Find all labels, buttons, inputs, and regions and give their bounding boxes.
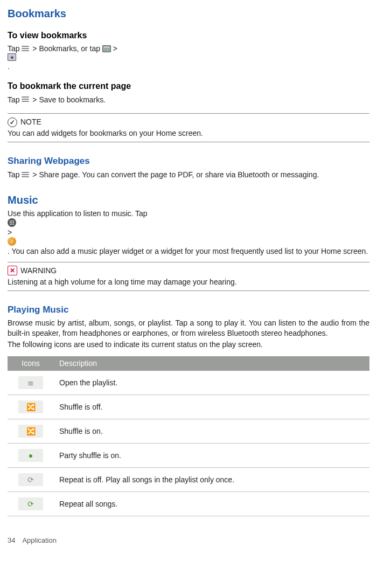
note-check-icon: ✓ xyxy=(8,117,17,127)
svg-point-6 xyxy=(10,224,11,225)
icon-cell: 🔀 xyxy=(8,419,54,444)
playlist-icon: ≣ xyxy=(18,376,43,389)
svg-point-3 xyxy=(10,222,11,223)
icon-cell: ⟳ xyxy=(8,468,54,492)
view-bookmarks-text: Tap > Bookmarks, or tap > ★. xyxy=(8,44,369,72)
description-cell: Repeat is off. Play all songs in the pla… xyxy=(54,468,369,492)
table-row: 🔀Shuffle is off. xyxy=(8,395,369,419)
section-music: Music Use this application to listen to … xyxy=(8,193,369,290)
table-row: ⟳Repeat all songs. xyxy=(8,492,369,516)
svg-point-5 xyxy=(13,222,14,223)
repeat-all-icon: ⟳ xyxy=(18,497,43,510)
text: . You can also add a music player widget… xyxy=(8,247,368,255)
text: > Save to bookmarks. xyxy=(32,95,106,104)
svg-point-8 xyxy=(13,224,14,225)
heading-bookmarks: Bookmarks xyxy=(8,6,369,21)
description-cell: Shuffle is off. xyxy=(54,395,369,419)
text: Tap xyxy=(8,95,22,104)
subsection-view-bookmarks: To view bookmarks Tap > Bookmarks, or ta… xyxy=(8,30,369,72)
table-row: ⟳Repeat is off. Play all songs in the pl… xyxy=(8,468,369,492)
windows-icon xyxy=(102,45,111,52)
table-header-icons: Icons xyxy=(8,356,54,371)
description-cell: Party shuffle is on. xyxy=(54,444,369,468)
playing-music-p2: The following icons are used to indicate… xyxy=(8,340,369,350)
note-block: ✓ NOTE You can add widgets for bookmarks… xyxy=(8,117,369,139)
table-row: 🔀Shuffle is on. xyxy=(8,419,369,444)
warning-label: WARNING xyxy=(20,266,57,276)
svg-point-0 xyxy=(10,220,11,222)
text: Tap xyxy=(8,170,20,179)
divider xyxy=(8,262,369,262)
page-footer: 34 Application xyxy=(8,536,369,545)
divider xyxy=(8,142,369,142)
footer-title: Application xyxy=(22,536,57,544)
warning-block: ✕ WARNING Listening at a high volume for… xyxy=(8,266,369,287)
text: > Share page. You can convert the page t… xyxy=(32,170,319,179)
svg-point-7 xyxy=(11,224,12,225)
sharing-text: Tap > Share page. You can convert the pa… xyxy=(8,170,369,180)
icon-cell: 🔀 xyxy=(8,395,54,419)
text: Tap xyxy=(8,44,22,53)
svg-point-1 xyxy=(11,220,12,222)
text: Use this application to listen to music.… xyxy=(8,209,148,218)
shuffle-off-icon: 🔀 xyxy=(18,400,43,413)
warning-x-icon: ✕ xyxy=(8,266,17,275)
text: > Bookmarks, or tap xyxy=(32,44,102,53)
table-row: ●Party shuffle is on. xyxy=(8,444,369,468)
table-row: ≣Open the playlist. xyxy=(8,371,369,395)
page-number: 34 xyxy=(8,536,15,544)
svg-point-2 xyxy=(13,220,14,222)
heading-add-bookmark: To bookmark the current page xyxy=(8,80,369,92)
apps-icon xyxy=(8,218,16,227)
text: . xyxy=(8,62,10,71)
shuffle-on-icon: 🔀 xyxy=(18,425,43,438)
party-shuffle-icon: ● xyxy=(18,449,43,462)
menu-icon xyxy=(22,46,30,52)
heading-playing-music: Playing Music xyxy=(8,304,369,316)
status-icons-table: Icons Description ≣Open the playlist.🔀Sh… xyxy=(8,356,369,516)
repeat-off-icon: ⟳ xyxy=(18,473,43,486)
section-bookmarks: Bookmarks To view bookmarks Tap > Bookma… xyxy=(8,6,369,142)
section-playing-music: Playing Music Browse music by artist, al… xyxy=(8,304,369,517)
description-cell: Repeat all songs. xyxy=(54,492,369,516)
menu-icon xyxy=(22,96,30,102)
icon-cell: ⟳ xyxy=(8,492,54,516)
menu-icon xyxy=(22,172,30,178)
playing-music-p1: Browse music by artist, album, songs, or… xyxy=(8,318,369,338)
description-cell: Shuffle is on. xyxy=(54,419,369,444)
warning-body: Listening at a high volume for a long ti… xyxy=(8,277,369,287)
subsection-add-bookmark: To bookmark the current page Tap > Save … xyxy=(8,80,369,105)
table-header-description: Description xyxy=(54,356,369,371)
note-label: NOTE xyxy=(20,117,41,127)
heading-music: Music xyxy=(8,193,369,207)
music-app-icon: ♪ xyxy=(8,237,16,246)
svg-point-4 xyxy=(11,222,12,223)
divider xyxy=(8,290,369,291)
heading-view-bookmarks: To view bookmarks xyxy=(8,30,369,41)
add-bookmark-text: Tap > Save to bookmarks. xyxy=(8,95,369,105)
section-sharing: Sharing Webpages Tap > Share page. You c… xyxy=(8,155,369,180)
text: > xyxy=(8,228,12,237)
divider xyxy=(8,113,369,114)
icon-cell: ≣ xyxy=(8,371,54,395)
description-cell: Open the playlist. xyxy=(54,371,369,395)
heading-sharing: Sharing Webpages xyxy=(8,155,369,168)
music-text: Use this application to listen to music.… xyxy=(8,209,369,257)
note-body: You can add widgets for bookmarks on you… xyxy=(8,128,369,139)
icon-cell: ● xyxy=(8,444,54,468)
bookmark-star-icon: ★ xyxy=(8,53,16,61)
text: > xyxy=(113,44,117,53)
